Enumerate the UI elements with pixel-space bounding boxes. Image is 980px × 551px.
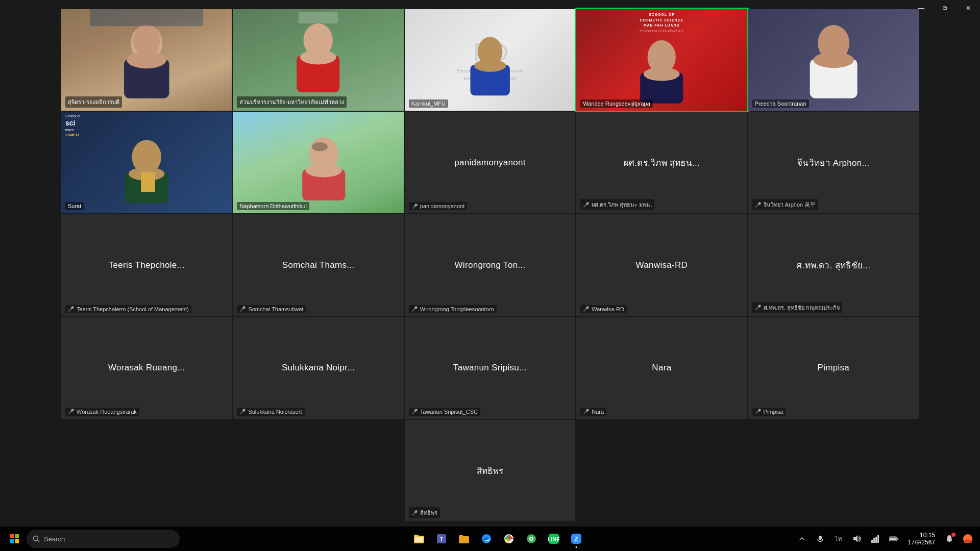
battery-icon[interactable] <box>886 531 902 547</box>
participant-card-21[interactable]: สิทธิพร 🎤 สิทธิพร <box>405 420 575 521</box>
p13-display-name: Wirongrong Ton... <box>451 260 530 270</box>
volume-icon[interactable] <box>849 531 865 547</box>
participant-card-4[interactable]: SCHOOL OFCOSMETIC SCIENCEMAE FAH LUANG ส… <box>576 9 747 111</box>
svg-rect-8 <box>299 12 338 23</box>
p20-small-name: 🎤 Pimpisa <box>752 408 786 416</box>
time-display: 10:15 <box>920 532 935 539</box>
p11-display-name: Teeris Thepchole... <box>105 260 189 270</box>
participant-card-6[interactable]: School of sci ience 26MFU Surat <box>61 112 232 213</box>
participant-card-18[interactable]: Tawanun Sripisu... 🎤 Tawanun Sripisut_CS… <box>405 317 575 419</box>
svg-rect-28 <box>15 534 19 538</box>
participant-card-19[interactable]: Nara 🎤 Nara <box>576 317 747 419</box>
taskbar-app-zoom[interactable]: Z <box>566 529 586 549</box>
p13-small-name: 🎤 Wirongrong Tongdeesoontorn <box>409 305 497 313</box>
p9-small-name: 🎤 ผศ.ดร.วิภพ สุทธนะ มพน. <box>580 199 654 210</box>
taskbar-search[interactable]: Search <box>27 530 180 548</box>
participant-card-empty-3 <box>576 420 747 521</box>
svg-rect-21 <box>141 172 155 192</box>
taskbar-system-tray: ไท 10:1 <box>794 531 976 547</box>
taskbar-app-chrome[interactable] <box>499 529 519 549</box>
p18-display-name: Tawanun Sripisu... <box>449 363 531 373</box>
taskbar-app-landscape[interactable]: 🏝 <box>386 529 407 549</box>
taskbar-app-teams[interactable]: T <box>431 529 452 549</box>
p20-display-name: Pimpisa <box>814 363 854 373</box>
window-controls: — ⧉ ✕ <box>910 0 980 16</box>
p16-small-name: 🎤 Worasak Rueangsirarak <box>65 408 139 416</box>
participant-card-2[interactable]: ส่วนบริหารงานวิจัย-มหาวิทยาลัยแม่ฟ้าหลวง <box>233 9 403 111</box>
p10-small-name: 🎤 จีนวิทยา Arphon 吴平 <box>752 199 819 210</box>
p21-display-name: สิทธิพร <box>473 464 508 478</box>
participant-card-5[interactable]: Preecha Soontranan <box>748 9 919 111</box>
p21-small-name: 🎤 สิทธิพร <box>409 507 440 518</box>
p5-name-tag: Preecha Soontranan <box>752 99 809 108</box>
taskbar-clock[interactable]: 10:15 17/9/2567 <box>904 532 939 546</box>
p7-name-tag: Naphatsorn Ditthawutthikul <box>237 202 309 210</box>
participant-card-1[interactable]: สุจิตรา-รองอธิการบดี <box>61 9 232 111</box>
svg-rect-50 <box>819 536 822 540</box>
notification-icon[interactable] <box>941 531 958 547</box>
notification-dot <box>951 533 955 537</box>
svg-rect-56 <box>877 535 879 543</box>
p14-display-name: Wanwisa-RD <box>632 260 692 270</box>
microphone-icon[interactable] <box>812 531 828 547</box>
p16-display-name: Worasak Rueang... <box>104 363 189 373</box>
p15-small-name: 🎤 ศ.ทพ.ดร. สุทธิชัย กณุทณประกิจ <box>752 302 842 313</box>
p12-small-name: 🎤 Somchai Thamsutiwat <box>237 305 306 313</box>
taskbar-app-chrome2[interactable] <box>521 529 542 549</box>
participant-card-20[interactable]: Pimpisa 🎤 Pimpisa <box>748 317 919 419</box>
svg-rect-54 <box>873 538 875 543</box>
participant-card-11[interactable]: Teeris Thepchole... 🎤 Teeris Thepchalerm… <box>61 214 232 316</box>
p8-small-name: 🎤 panidamonyanont <box>409 202 467 210</box>
svg-text:Z: Z <box>575 536 578 543</box>
p1-name-tag: สุจิตรา-รองอธิการบดี <box>65 96 122 108</box>
svg-rect-29 <box>10 539 14 543</box>
p18-small-name: 🎤 Tawanun Sripisut_CSC <box>409 408 480 416</box>
participant-card-15[interactable]: ศ.ทพ.ดว. สุทธิชัย... 🎤 ศ.ทพ.ดร. สุทธิชัย… <box>748 214 919 316</box>
participant-card-13[interactable]: Wirongrong Ton... 🎤 Wirongrong Tongdeeso… <box>405 214 575 316</box>
taskbar-app-edge[interactable] <box>476 529 497 549</box>
taskbar-app-file-explorer[interactable] <box>409 529 429 549</box>
p17-display-name: Sulukkana Noipr... <box>278 363 359 373</box>
participant-card-16[interactable]: Worasak Rueang... 🎤 Worasak Rueangsirara… <box>61 317 232 419</box>
start-button[interactable] <box>4 529 24 549</box>
svg-rect-58 <box>890 538 896 540</box>
svg-marker-52 <box>853 535 857 542</box>
taskbar-app-folder[interactable] <box>454 529 474 549</box>
minimize-button[interactable]: — <box>910 0 933 16</box>
p11-small-name: 🎤 Teeris Thepchalerm (School of Manageme… <box>65 305 191 313</box>
participant-card-10[interactable]: จีนวิทยา Arphon... 🎤 จีนวิทยา Arphon 吴平 <box>748 112 919 213</box>
p4-name-tag: Wandee Rungseevijitprapa <box>580 99 653 108</box>
svg-point-1 <box>133 24 160 56</box>
svg-rect-59 <box>897 538 898 540</box>
user-icon[interactable] <box>960 531 976 547</box>
participant-card-3[interactable]: RD Research Administration DivisionMae F… <box>405 9 575 111</box>
p15-display-name: ศ.ทพ.ดว. สุทธิชัย... <box>792 258 874 272</box>
p6-name-tag: Surat <box>65 202 84 210</box>
p12-display-name: Somchai Thams... <box>278 260 358 270</box>
search-label: Search <box>44 535 65 543</box>
svg-rect-30 <box>15 539 19 543</box>
p10-display-name: จีนวิทยา Arphon... <box>793 156 874 169</box>
participant-card-9[interactable]: ผศ.ดร.วิภพ สุทธน... 🎤 ผศ.ดร.วิภพ สุทธนะ … <box>576 112 747 213</box>
participant-card-14[interactable]: Wanwisa-RD 🎤 Wanwisa-RD <box>576 214 747 316</box>
close-button[interactable]: ✕ <box>957 0 980 16</box>
participant-card-17[interactable]: Sulukkana Noipr... 🎤 Sulukkana Noipraser… <box>233 317 403 419</box>
keyboard-icon[interactable]: ไท <box>830 531 847 547</box>
taskbar-apps: 🏝 T <box>180 529 794 549</box>
svg-rect-60 <box>948 541 950 542</box>
svg-point-3 <box>127 52 166 68</box>
svg-rect-35 <box>415 537 423 542</box>
participant-card-7[interactable]: Naphatsorn Ditthawutthikul <box>233 112 403 213</box>
maximize-button[interactable]: ⧉ <box>933 0 957 16</box>
p19-small-name: 🎤 Nara <box>580 408 606 416</box>
svg-point-14 <box>644 67 680 81</box>
system-tray-expand[interactable] <box>794 531 810 547</box>
p9-display-name: ผศ.ดร.วิภพ สุทธน... <box>620 156 704 169</box>
participant-card-empty-1 <box>61 420 232 521</box>
participant-card-12[interactable]: Somchai Thams... 🎤 Somchai Thamsutiwat <box>233 214 403 316</box>
svg-point-11 <box>474 59 506 71</box>
participant-card-8[interactable]: panidamonyanont 🎤 panidamonyanont <box>405 112 575 213</box>
network-icon[interactable] <box>867 531 884 547</box>
taskbar-app-line[interactable]: LINE <box>544 529 564 549</box>
svg-point-7 <box>300 50 336 65</box>
